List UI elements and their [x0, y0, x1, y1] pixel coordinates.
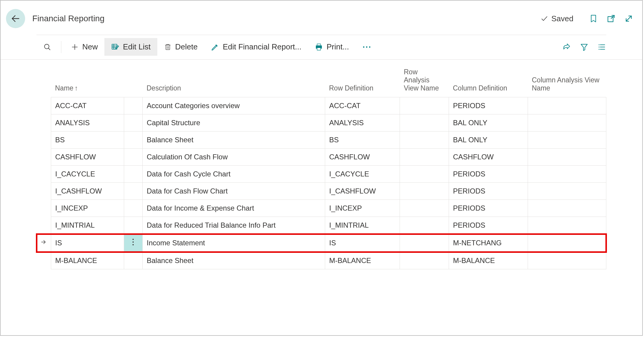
cell-column-definition[interactable]: BAL ONLY: [449, 114, 528, 132]
col-column-definition[interactable]: Column Definition: [449, 66, 528, 97]
cell-name[interactable]: CASHFLOW: [51, 149, 124, 166]
table-row[interactable]: I_CASHFLOWData for Cash Flow ChartI_CASH…: [36, 183, 606, 200]
edit-list-button[interactable]: Edit List: [104, 38, 157, 56]
cell-description[interactable]: Data for Cash Flow Chart: [142, 183, 325, 200]
cell-column-definition[interactable]: PERIODS: [449, 217, 528, 234]
cell-description[interactable]: Calculation Of Cash Flow: [142, 149, 325, 166]
cell-row-analysis[interactable]: [400, 149, 449, 166]
row-menu-button[interactable]: [124, 97, 142, 114]
cell-row-definition[interactable]: I_CACYCLE: [325, 166, 400, 183]
col-description[interactable]: Description: [142, 66, 325, 97]
cell-column-definition[interactable]: PERIODS: [449, 200, 528, 217]
new-button[interactable]: New: [64, 38, 104, 56]
cell-column-definition[interactable]: PERIODS: [449, 183, 528, 200]
cell-column-analysis[interactable]: [528, 183, 606, 200]
cell-name[interactable]: I_CASHFLOW: [51, 183, 124, 200]
cell-description[interactable]: Balance Sheet: [142, 132, 325, 149]
col-row-analysis[interactable]: Row Analysis View Name: [400, 66, 449, 97]
cell-column-definition[interactable]: M-NETCHANG: [449, 234, 528, 252]
cell-name[interactable]: I_CACYCLE: [51, 166, 124, 183]
table-row[interactable]: M-BALANCEBalance SheetM-BALANCEM-BALANCE: [36, 252, 606, 269]
cell-name[interactable]: ANALYSIS: [51, 114, 124, 132]
cell-row-definition[interactable]: BS: [325, 132, 400, 149]
row-selector[interactable]: [36, 166, 51, 183]
cell-column-definition[interactable]: BAL ONLY: [449, 132, 528, 149]
cell-row-analysis[interactable]: [400, 97, 449, 114]
cell-column-analysis[interactable]: [528, 234, 606, 252]
row-menu-button[interactable]: [124, 149, 142, 166]
list-icon[interactable]: [597, 43, 606, 51]
cell-column-analysis[interactable]: [528, 114, 606, 132]
table-row[interactable]: ISIncome StatementISM-NETCHANG: [36, 234, 606, 252]
cell-row-analysis[interactable]: [400, 132, 449, 149]
more-actions-button[interactable]: [356, 41, 378, 53]
cell-column-analysis[interactable]: [528, 97, 606, 114]
table-row[interactable]: ACC-CATAccount Categories overviewACC-CA…: [36, 97, 606, 114]
row-menu-button[interactable]: [124, 234, 142, 252]
expand-icon[interactable]: [624, 14, 633, 23]
cell-row-definition[interactable]: M-BALANCE: [325, 252, 400, 269]
cell-row-definition[interactable]: CASHFLOW: [325, 149, 400, 166]
print-button[interactable]: Print...: [308, 38, 356, 56]
cell-name[interactable]: M-BALANCE: [51, 252, 124, 269]
row-menu-button[interactable]: [124, 114, 142, 132]
cell-description[interactable]: Data for Reduced Trial Balance Info Part: [142, 217, 325, 234]
search-button[interactable]: [36, 39, 58, 55]
table-row[interactable]: ANALYSISCapital StructureANALYSISBAL ONL…: [36, 114, 606, 132]
cell-name[interactable]: BS: [51, 132, 124, 149]
row-menu-button[interactable]: [124, 217, 142, 234]
table-row[interactable]: I_MINTRIALData for Reduced Trial Balance…: [36, 217, 606, 234]
cell-column-definition[interactable]: PERIODS: [449, 166, 528, 183]
cell-description[interactable]: Capital Structure: [142, 114, 325, 132]
cell-row-definition[interactable]: ACC-CAT: [325, 97, 400, 114]
edit-report-button[interactable]: Edit Financial Report...: [204, 38, 308, 56]
cell-row-analysis[interactable]: [400, 234, 449, 252]
col-name[interactable]: Name↑: [51, 66, 124, 97]
row-selector[interactable]: [36, 200, 51, 217]
row-selector[interactable]: [36, 183, 51, 200]
cell-description[interactable]: Income Statement: [142, 234, 325, 252]
row-selector[interactable]: [36, 234, 51, 252]
cell-name[interactable]: IS: [51, 234, 124, 252]
cell-column-analysis[interactable]: [528, 166, 606, 183]
cell-row-definition[interactable]: ANALYSIS: [325, 114, 400, 132]
row-menu-button[interactable]: [124, 166, 142, 183]
col-row-definition[interactable]: Row Definition: [325, 66, 400, 97]
filter-icon[interactable]: [580, 43, 588, 51]
cell-row-analysis[interactable]: [400, 183, 449, 200]
row-selector[interactable]: [36, 217, 51, 234]
row-selector[interactable]: [36, 149, 51, 166]
table-row[interactable]: CASHFLOWCalculation Of Cash FlowCASHFLOW…: [36, 149, 606, 166]
table-row[interactable]: I_CACYCLEData for Cash Cycle ChartI_CACY…: [36, 166, 606, 183]
cell-description[interactable]: Data for Cash Cycle Chart: [142, 166, 325, 183]
cell-column-analysis[interactable]: [528, 149, 606, 166]
col-column-analysis[interactable]: Column Analysis View Name: [528, 66, 606, 97]
row-selector[interactable]: [36, 132, 51, 149]
back-button[interactable]: [6, 9, 25, 28]
cell-row-definition[interactable]: I_MINTRIAL: [325, 217, 400, 234]
cell-row-definition[interactable]: IS: [325, 234, 400, 252]
cell-name[interactable]: ACC-CAT: [51, 97, 124, 114]
cell-column-definition[interactable]: M-BALANCE: [449, 252, 528, 269]
cell-column-analysis[interactable]: [528, 217, 606, 234]
cell-row-analysis[interactable]: [400, 166, 449, 183]
row-menu-button[interactable]: [124, 200, 142, 217]
row-menu-button[interactable]: [124, 183, 142, 200]
cell-name[interactable]: I_MINTRIAL: [51, 217, 124, 234]
cell-column-analysis[interactable]: [528, 252, 606, 269]
delete-button[interactable]: Delete: [157, 38, 204, 56]
cell-row-definition[interactable]: I_CASHFLOW: [325, 183, 400, 200]
cell-row-analysis[interactable]: [400, 217, 449, 234]
cell-description[interactable]: Data for Income & Expense Chart: [142, 200, 325, 217]
table-row[interactable]: I_INCEXPData for Income & Expense ChartI…: [36, 200, 606, 217]
cell-description[interactable]: Balance Sheet: [142, 252, 325, 269]
cell-column-analysis[interactable]: [528, 132, 606, 149]
row-selector[interactable]: [36, 252, 51, 269]
cell-column-definition[interactable]: CASHFLOW: [449, 149, 528, 166]
cell-row-analysis[interactable]: [400, 114, 449, 132]
cell-row-analysis[interactable]: [400, 252, 449, 269]
row-menu-button[interactable]: [124, 252, 142, 269]
row-selector[interactable]: [36, 114, 51, 132]
bookmark-icon[interactable]: [589, 13, 598, 24]
row-menu-button[interactable]: [124, 132, 142, 149]
